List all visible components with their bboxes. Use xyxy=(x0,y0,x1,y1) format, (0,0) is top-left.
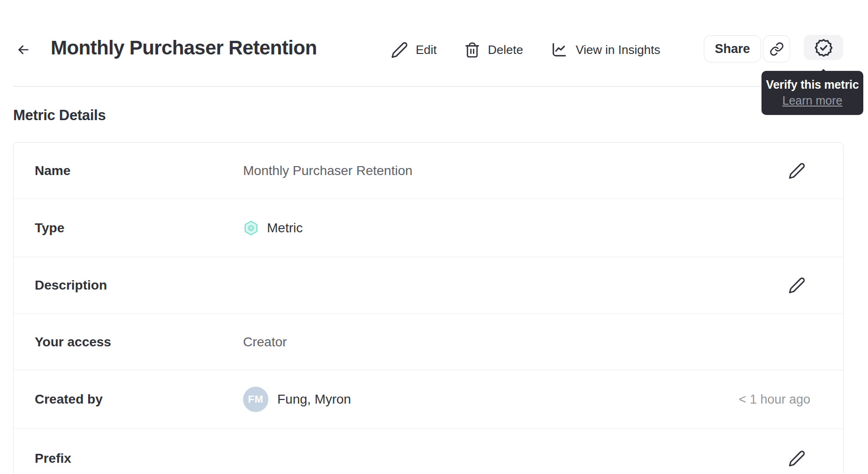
row-your-access-label: Your access xyxy=(35,335,243,350)
arrow-left-icon xyxy=(16,42,31,57)
edit-prefix-button[interactable] xyxy=(788,450,806,467)
edit-description-button[interactable] xyxy=(788,277,806,294)
avatar: FM xyxy=(243,387,268,412)
view-in-insights-label: View in Insights xyxy=(576,43,660,57)
back-button[interactable] xyxy=(14,40,33,59)
section-heading: Metric Details xyxy=(13,107,106,124)
copy-link-button[interactable] xyxy=(763,35,790,62)
link-icon xyxy=(769,42,784,56)
pencil-icon xyxy=(788,277,806,294)
hexagon-metric-icon xyxy=(243,220,259,236)
trash-icon xyxy=(464,42,480,58)
row-prefix: Prefix xyxy=(14,429,843,474)
learn-more-link[interactable]: Learn more xyxy=(783,94,843,107)
row-type-label: Type xyxy=(35,221,243,236)
header-divider xyxy=(13,86,855,87)
row-name: Name Monthly Purchaser Retention xyxy=(14,143,843,199)
edit-button[interactable]: Edit xyxy=(391,41,437,59)
row-description-label: Description xyxy=(35,278,243,293)
row-name-value: Monthly Purchaser Retention xyxy=(243,163,412,178)
row-name-label: Name xyxy=(35,163,243,178)
delete-button-label: Delete xyxy=(488,43,523,57)
created-by-name: Fung, Myron xyxy=(277,392,351,407)
created-timestamp: < 1 hour ago xyxy=(739,392,810,407)
row-prefix-label: Prefix xyxy=(35,451,243,466)
row-your-access-value: Creator xyxy=(243,335,287,350)
header-action-bar: Edit Delete View in Insights xyxy=(391,36,660,64)
tooltip-title: Verify this metric xyxy=(765,78,860,92)
edit-button-label: Edit xyxy=(416,43,437,57)
edit-name-button[interactable] xyxy=(788,162,806,179)
verify-metric-tooltip: Verify this metric Learn more xyxy=(761,71,863,115)
page-title: Monthly Purchaser Retention xyxy=(51,37,317,59)
row-description: Description xyxy=(14,257,843,314)
row-type-value: Metric xyxy=(267,221,303,236)
delete-button[interactable]: Delete xyxy=(464,42,523,58)
row-type: Type Metric xyxy=(14,199,843,257)
view-in-insights-button[interactable]: View in Insights xyxy=(550,41,660,59)
share-button[interactable]: Share xyxy=(704,35,761,62)
pencil-icon xyxy=(391,41,408,59)
row-created-by: Created by FM Fung, Myron < 1 hour ago xyxy=(14,370,843,429)
row-created-by-label: Created by xyxy=(35,392,243,407)
verified-badge-icon xyxy=(814,38,833,57)
verify-metric-button[interactable] xyxy=(804,35,843,60)
pencil-icon xyxy=(788,162,806,179)
line-chart-icon xyxy=(550,41,568,59)
row-your-access: Your access Creator xyxy=(14,314,843,370)
metric-details-card: Name Monthly Purchaser Retention Type Me… xyxy=(13,142,844,474)
share-button-label: Share xyxy=(715,42,750,56)
pencil-icon xyxy=(788,450,806,467)
